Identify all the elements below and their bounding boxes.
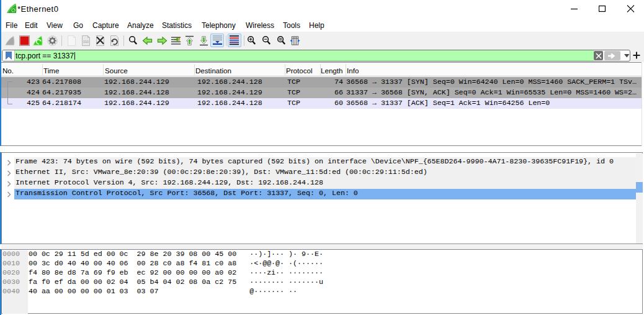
svg-text:010: 010 bbox=[83, 40, 89, 43]
